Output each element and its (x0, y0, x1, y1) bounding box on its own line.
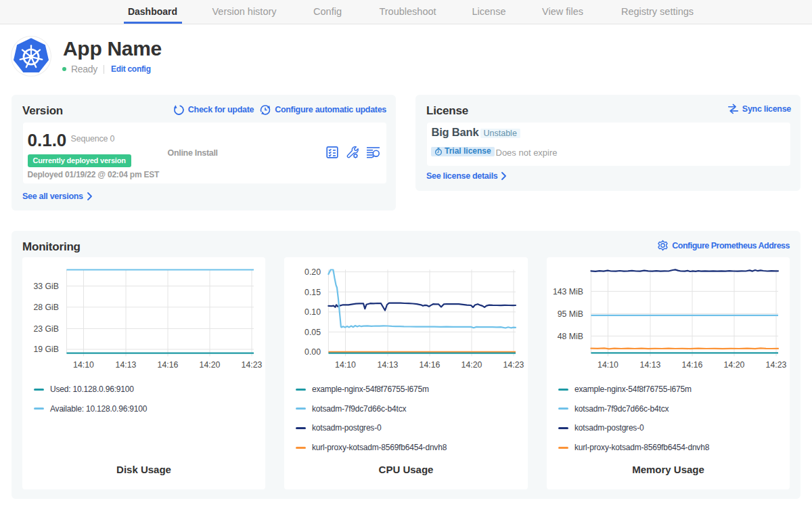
svg-text:0.10: 0.10 (304, 307, 321, 317)
svg-text:33 GiB: 33 GiB (33, 282, 59, 291)
svg-text:14:20: 14:20 (200, 360, 221, 370)
svg-text:14:10: 14:10 (597, 360, 618, 370)
svg-text:14:13: 14:13 (116, 360, 137, 370)
svg-text:28 GiB: 28 GiB (33, 303, 59, 312)
svg-text:14:13: 14:13 (378, 360, 399, 370)
svg-text:14:10: 14:10 (335, 360, 356, 370)
svg-text:14:23: 14:23 (766, 360, 787, 370)
svg-text:0.05: 0.05 (304, 328, 321, 337)
svg-text:19 GiB: 19 GiB (33, 345, 59, 354)
svg-text:14:20: 14:20 (724, 360, 745, 370)
svg-text:14:16: 14:16 (158, 360, 179, 370)
svg-text:14:20: 14:20 (461, 360, 482, 370)
svg-text:14:10: 14:10 (73, 360, 94, 370)
svg-text:48 MiB: 48 MiB (558, 332, 583, 341)
svg-text:0.15: 0.15 (304, 288, 321, 297)
svg-text:14:16: 14:16 (420, 360, 441, 370)
svg-text:0.00: 0.00 (304, 347, 321, 357)
svg-text:95 MiB: 95 MiB (558, 309, 583, 319)
svg-text:14:23: 14:23 (242, 360, 263, 370)
svg-text:23 GiB: 23 GiB (33, 324, 59, 334)
svg-text:14:13: 14:13 (640, 360, 661, 370)
svg-text:143 MiB: 143 MiB (553, 287, 583, 297)
svg-text:0.20: 0.20 (304, 267, 321, 277)
svg-text:14:16: 14:16 (682, 360, 703, 370)
svg-text:14:23: 14:23 (503, 360, 524, 370)
